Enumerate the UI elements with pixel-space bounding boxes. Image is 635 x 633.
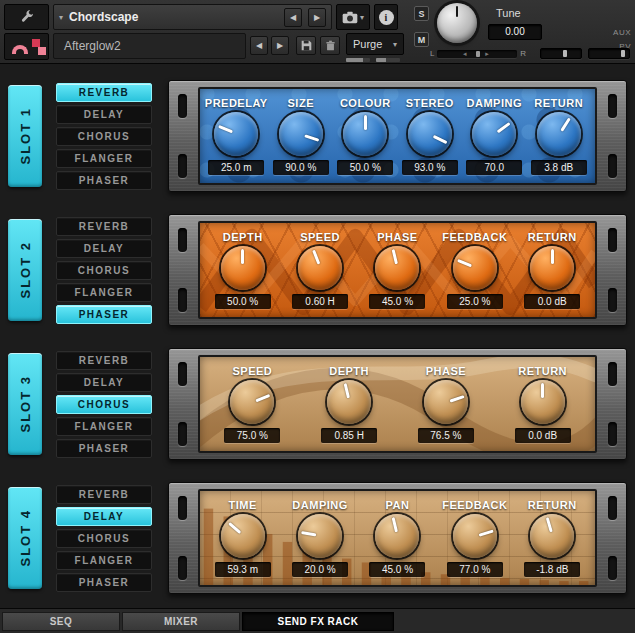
depth-label: DEPTH (223, 231, 263, 243)
edit-wrench-button[interactable] (4, 4, 49, 30)
damping-value[interactable]: 70.0 (466, 160, 522, 175)
slot4-phaser-button[interactable]: PHASER (56, 573, 152, 592)
footer-tab[interactable]: SEND FX RACK (242, 612, 394, 631)
slot1-flanger-button[interactable]: FLANGER (56, 149, 152, 168)
size-knob[interactable] (279, 112, 323, 156)
return-knob[interactable] (530, 246, 574, 290)
solo-button[interactable]: S (414, 6, 429, 21)
speed-label: SPEED (300, 231, 340, 243)
return-value[interactable]: 3.8 dB (531, 160, 587, 175)
save-snapshot-button[interactable] (296, 36, 316, 55)
slot-2-effect-list: REVERB DELAY CHORUS FLANGER PHASER (56, 217, 152, 327)
feedback-knob[interactable] (453, 246, 497, 290)
size-value[interactable]: 90.0 % (273, 160, 329, 175)
aux-label[interactable]: AUX (613, 28, 631, 37)
slot3-phaser-button[interactable]: PHASER (56, 439, 152, 458)
phase-knob[interactable] (375, 246, 419, 290)
slot3-delay-button[interactable]: DELAY (56, 373, 152, 392)
next-snapshot-button[interactable]: ▶ (271, 36, 289, 55)
pan-slider[interactable] (540, 48, 582, 59)
phase-value[interactable]: 45.0 % (369, 294, 425, 309)
prev-snapshot-button[interactable]: ◀ (250, 36, 268, 55)
feedback-value[interactable]: 25.0 % (447, 294, 503, 309)
meter-handle[interactable] (476, 51, 480, 57)
meter-left-label: L (430, 49, 434, 58)
slot4-chorus-button[interactable]: CHORUS (56, 529, 152, 548)
stereo-label: STEREO (406, 97, 454, 109)
slot1-delay-button[interactable]: DELAY (56, 105, 152, 124)
depth-value[interactable]: 50.0 % (215, 294, 271, 309)
feedback-value[interactable]: 77.0 % (447, 562, 503, 577)
slot2-delay-button[interactable]: DELAY (56, 239, 152, 258)
return-value[interactable]: -1.8 dB (524, 562, 580, 577)
colour-value[interactable]: 50.0 % (337, 160, 393, 175)
colour-label: COLOUR (340, 97, 391, 109)
next-instrument-button[interactable]: ▶ (308, 8, 326, 27)
speed-label: SPEED (232, 365, 272, 377)
meter-right-label: R (520, 49, 526, 58)
slot-1-row: SLOT 1 REVERB DELAY CHORUS FLANGER PHASE… (0, 80, 635, 192)
pan-knob[interactable] (375, 514, 419, 558)
slot3-flanger-button[interactable]: FLANGER (56, 417, 152, 436)
speed-value[interactable]: 0.60 H (292, 294, 348, 309)
slot1-chorus-button[interactable]: CHORUS (56, 127, 152, 146)
return-value[interactable]: 0.0 dB (515, 428, 571, 443)
damping-knob[interactable] (298, 514, 342, 558)
pan-value[interactable]: 45.0 % (369, 562, 425, 577)
slot1-reverb-button[interactable]: REVERB (56, 83, 152, 102)
slot4-reverb-button[interactable]: REVERB (56, 485, 152, 504)
stereo-knob[interactable] (408, 112, 452, 156)
phase-knob[interactable] (424, 380, 468, 424)
damping-control: DAMPING 20.0 % (285, 499, 355, 577)
slot2-reverb-button[interactable]: REVERB (56, 217, 152, 236)
predelay-value[interactable]: 25.0 m (208, 160, 264, 175)
tune-knob[interactable] (437, 3, 477, 43)
reverb-panel: PREDELAY 25.0 m SIZE 90.0 % COLOUR 50.0 … (198, 87, 597, 185)
footer-tab[interactable]: MIXER (122, 612, 240, 631)
output-level-meter: L ◂ ▸ R (430, 48, 526, 59)
phase-value[interactable]: 76.5 % (418, 428, 474, 443)
info-button[interactable]: i (374, 4, 398, 30)
time-knob[interactable] (221, 514, 265, 558)
collapse-icon[interactable]: ▾ (59, 13, 63, 22)
tune-value[interactable]: 0.00 (488, 24, 542, 40)
return-knob[interactable] (521, 380, 565, 424)
prev-instrument-button[interactable]: ◀ (284, 8, 302, 27)
footer-tab[interactable]: SEQ (2, 612, 120, 631)
predelay-knob[interactable] (214, 112, 258, 156)
stereo-value[interactable]: 93.0 % (402, 160, 458, 175)
depth-control: DEPTH 0.85 H (314, 365, 384, 443)
slot3-chorus-button[interactable]: CHORUS (56, 395, 152, 414)
slot-1-rack: PREDELAY 25.0 m SIZE 90.0 % COLOUR 50.0 … (168, 80, 627, 192)
delete-snapshot-button[interactable] (320, 36, 340, 55)
feedback-knob[interactable] (453, 514, 497, 558)
slot2-chorus-button[interactable]: CHORUS (56, 261, 152, 280)
slot1-phaser-button[interactable]: PHASER (56, 171, 152, 190)
snapshot-view-button[interactable]: ▾ (336, 4, 370, 30)
damping-knob[interactable] (472, 112, 516, 156)
slot3-reverb-button[interactable]: REVERB (56, 351, 152, 370)
width-slider[interactable] (588, 48, 630, 59)
phaser-panel: DEPTH 50.0 % SPEED 0.60 H PHASE 45.0 % (198, 221, 597, 319)
colour-knob[interactable] (343, 112, 387, 156)
speed-knob[interactable] (230, 380, 274, 424)
rack-screw-slot (608, 422, 617, 446)
speed-value[interactable]: 75.0 % (224, 428, 280, 443)
slot2-phaser-button[interactable]: PHASER (56, 305, 152, 324)
mute-button[interactable]: M (414, 32, 429, 47)
return-knob[interactable] (530, 514, 574, 558)
depth-knob[interactable] (221, 246, 265, 290)
logo-arch-shape (12, 45, 28, 54)
slot4-delay-button[interactable]: DELAY (56, 507, 152, 526)
slot2-flanger-button[interactable]: FLANGER (56, 283, 152, 302)
return-value[interactable]: 0.0 dB (524, 294, 580, 309)
feedback-label: FEEDBACK (442, 231, 507, 243)
depth-knob[interactable] (327, 380, 371, 424)
speed-knob[interactable] (298, 246, 342, 290)
depth-value[interactable]: 0.85 H (321, 428, 377, 443)
rack-screw-slot (178, 496, 187, 520)
slot4-flanger-button[interactable]: FLANGER (56, 551, 152, 570)
purge-dropdown[interactable]: Purge ▾ (346, 33, 404, 55)
damping-value[interactable]: 20.0 % (292, 562, 348, 577)
return-knob[interactable] (537, 112, 581, 156)
